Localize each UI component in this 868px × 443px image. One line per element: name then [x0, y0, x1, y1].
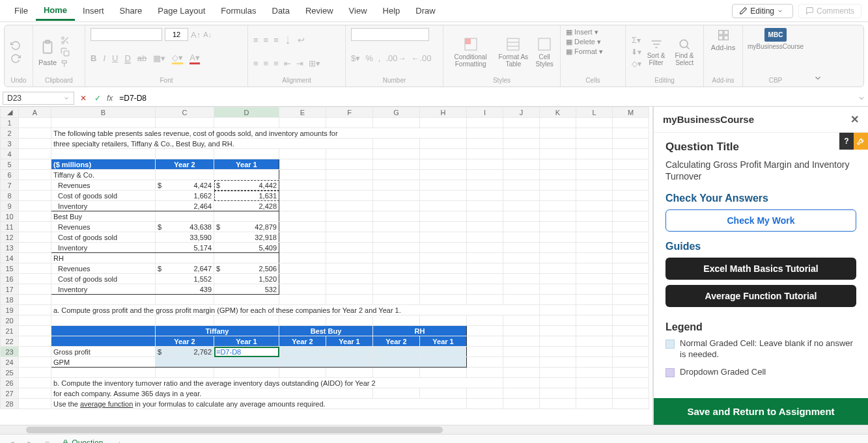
- align-center-icon[interactable]: ≡: [264, 59, 269, 68]
- row-header[interactable]: 12: [1, 232, 19, 243]
- bold-button[interactable]: B: [91, 53, 96, 63]
- cell[interactable]: Inventory: [51, 201, 156, 211]
- cut-icon[interactable]: [61, 36, 70, 45]
- cell[interactable]: [156, 357, 214, 368]
- align-right-icon[interactable]: ≡: [273, 59, 279, 68]
- formula-input[interactable]: [117, 94, 854, 103]
- row-header[interactable]: 22: [1, 336, 19, 347]
- font-color-button[interactable]: A▾: [189, 53, 200, 64]
- cell[interactable]: Inventory: [51, 284, 156, 295]
- cell[interactable]: Year 2: [373, 336, 420, 347]
- row-header[interactable]: 3: [1, 139, 19, 149]
- underline-button[interactable]: U: [112, 53, 118, 63]
- formula-expand-icon[interactable]: [858, 94, 865, 102]
- editing-mode-button[interactable]: Editing: [732, 4, 793, 18]
- sheet-tab-question[interactable]: Question: [58, 437, 107, 444]
- cell[interactable]: [373, 347, 420, 357]
- row-header[interactable]: 16: [1, 274, 19, 284]
- tab-help[interactable]: Help: [375, 2, 408, 20]
- cell[interactable]: $2,647: [156, 263, 214, 274]
- redo-icon[interactable]: [10, 53, 21, 64]
- row-header[interactable]: 26: [1, 378, 19, 388]
- wrap-text-icon[interactable]: ↩: [298, 35, 305, 45]
- font-size-select[interactable]: [165, 28, 188, 41]
- sheet-nav-prev[interactable]: ◄: [5, 438, 18, 443]
- number-format-select[interactable]: [351, 28, 429, 41]
- cell[interactable]: [279, 357, 326, 368]
- cell[interactable]: [373, 357, 420, 368]
- col-header-H[interactable]: H: [420, 107, 467, 118]
- cell[interactable]: ($ millions): [51, 159, 156, 170]
- comments-button[interactable]: Comments: [798, 4, 861, 18]
- cells-delete-button[interactable]: ▦ Delete ▾: [566, 38, 620, 46]
- align-bottom-icon[interactable]: ≡: [273, 35, 279, 45]
- guide-average-function-button[interactable]: Average Function Tutorial: [665, 285, 856, 307]
- undo-icon[interactable]: [10, 40, 21, 51]
- row-header[interactable]: 11: [1, 222, 19, 232]
- increase-decimal-icon[interactable]: .00→: [385, 53, 406, 63]
- clear-icon[interactable]: ◇▾: [632, 59, 641, 68]
- row-header[interactable]: 25: [1, 368, 19, 378]
- cell-D7-reference[interactable]: $4,442: [214, 180, 279, 191]
- cell[interactable]: 2,464: [156, 201, 214, 211]
- font-name-select[interactable]: [91, 28, 162, 41]
- tab-data[interactable]: Data: [264, 2, 298, 20]
- row-header[interactable]: 27: [1, 388, 19, 399]
- cells-insert-button[interactable]: ▦ Insert ▾: [566, 28, 620, 36]
- enter-formula-icon[interactable]: ✓: [92, 94, 103, 103]
- cell[interactable]: 33,590: [156, 232, 214, 243]
- sort-filter-button[interactable]: Sort & Filter: [644, 38, 668, 66]
- cell[interactable]: The following table presents sales reven…: [51, 128, 467, 139]
- save-return-button[interactable]: Save and Return to Assignment: [654, 398, 868, 425]
- tab-draw[interactable]: Draw: [408, 2, 443, 20]
- row-header[interactable]: 10: [1, 211, 19, 222]
- cell[interactable]: [420, 347, 467, 357]
- cell[interactable]: $4,424: [156, 180, 214, 191]
- check-my-work-button[interactable]: Check My Work: [665, 209, 856, 232]
- orientation-icon[interactable]: ⭭: [284, 35, 292, 45]
- cell[interactable]: Year 1: [420, 336, 467, 347]
- paste-button[interactable]: Paste: [38, 38, 57, 66]
- cell[interactable]: 1,552: [156, 274, 214, 284]
- row-header[interactable]: 15: [1, 263, 19, 274]
- sheet-nav-next[interactable]: ►: [24, 438, 36, 443]
- tab-file[interactable]: File: [7, 2, 36, 20]
- tab-formulas[interactable]: Formulas: [213, 2, 264, 20]
- row-header[interactable]: 6: [1, 170, 19, 180]
- align-top-icon[interactable]: ≡: [253, 35, 259, 45]
- row-header[interactable]: 20: [1, 315, 19, 326]
- currency-icon[interactable]: $▾: [351, 53, 360, 63]
- cell[interactable]: $2,506: [214, 263, 279, 274]
- cell[interactable]: $43,638: [156, 222, 214, 232]
- cell[interactable]: Revenues: [51, 222, 156, 232]
- cell[interactable]: [326, 347, 373, 357]
- format-as-table-button[interactable]: Format As Table: [497, 36, 529, 68]
- cell[interactable]: Year 1: [214, 159, 279, 170]
- row-header[interactable]: 5: [1, 159, 19, 170]
- percent-icon[interactable]: %: [365, 53, 373, 63]
- merge-icon[interactable]: ⊞▾: [309, 59, 320, 68]
- align-left-icon[interactable]: ≡: [253, 59, 259, 68]
- cells-format-button[interactable]: ▦ Format ▾: [566, 47, 620, 56]
- cell[interactable]: three specialty retailers, Tiffany & Co.…: [51, 139, 373, 149]
- active-cell-D23[interactable]: =D7-D8: [214, 347, 279, 357]
- borders-button[interactable]: ▦▾: [153, 53, 165, 63]
- row-header[interactable]: 4: [1, 149, 19, 159]
- cell[interactable]: b. Compute the inventory turnover ratio …: [51, 378, 503, 388]
- col-header-B[interactable]: B: [51, 107, 156, 118]
- italic-button[interactable]: I: [103, 53, 105, 63]
- cell[interactable]: 32,918: [214, 232, 279, 243]
- row-header[interactable]: 1: [1, 118, 19, 128]
- mybusinesscourse-button[interactable]: MBC myBusinessCourse: [748, 28, 803, 50]
- format-painter-icon[interactable]: [61, 59, 70, 68]
- increase-indent-icon[interactable]: ⇥: [296, 59, 303, 68]
- close-panel-button[interactable]: ✕: [850, 113, 859, 126]
- col-header-M[interactable]: M: [613, 107, 649, 118]
- cell[interactable]: 1,520: [214, 274, 279, 284]
- cell[interactable]: Revenues: [51, 180, 156, 191]
- row-header[interactable]: 21: [1, 326, 19, 336]
- help-icon[interactable]: ?: [839, 133, 854, 150]
- row-header[interactable]: 28: [1, 399, 19, 409]
- col-header-I[interactable]: I: [467, 107, 503, 118]
- cancel-formula-icon[interactable]: ✕: [78, 94, 89, 103]
